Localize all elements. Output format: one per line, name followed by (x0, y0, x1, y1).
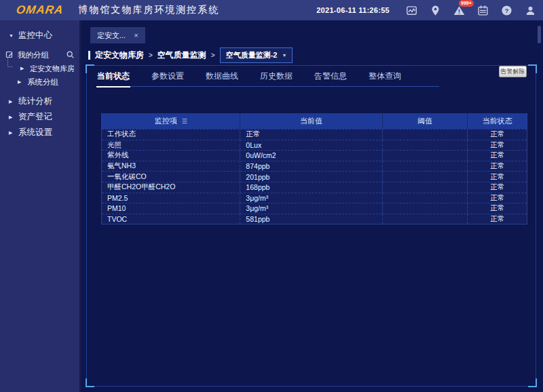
sidebar-item-label: 系统分组 (27, 77, 58, 87)
device-selector-dropdown[interactable]: 空气质量监测-2 ▼ (220, 47, 293, 63)
monitor-item-name: 甲醛CH2O甲醛CH2O (102, 182, 240, 193)
threshold-cell (382, 182, 468, 193)
alarm-release-button[interactable]: 告警解除 (499, 66, 527, 77)
threshold-cell (382, 193, 468, 203)
subtab-nav: 当前状态 参数设置 数据曲线 历史数据 告警信息 整体查询 (96, 68, 439, 87)
current-value-cell: 3μg/m³ (240, 203, 381, 214)
breadcrumb-accent-bar (88, 51, 90, 60)
panel-corner-accent (528, 378, 537, 387)
monitor-item-name: 光照 (102, 140, 240, 151)
panel-corner-accent (528, 64, 537, 73)
sidebar-item-system-settings[interactable]: ▶ 系统设置 (0, 125, 79, 140)
caret-right-icon: ▶ (18, 79, 23, 85)
tab-overall-query[interactable]: 整体查询 (368, 68, 402, 86)
caret-right-icon: ▶ (9, 115, 14, 120)
location-icon[interactable] (429, 4, 441, 16)
current-value-cell: 3μg/m³ (240, 193, 381, 203)
sidebar-item-asset-registry[interactable]: ▶ 资产登记 (0, 110, 79, 124)
user-icon[interactable] (524, 4, 536, 16)
alarm-count-badge: 999+ (459, 0, 474, 7)
breadcrumb: 定安文物库房 > 空气质量监测 > 空气质量监测-2 ▼ (88, 47, 293, 62)
caret-down-icon: ▼ (9, 33, 14, 38)
current-value-cell: 168ppb (240, 182, 381, 193)
monitor-item-name: 工作状态 (102, 130, 240, 140)
breadcrumb-air-quality[interactable]: 空气质量监测 (157, 50, 206, 61)
table-body: 工作状态 正常 正常 光照 0Lux 正常 紫外线 0u (102, 129, 527, 224)
breadcrumb-separator: > (149, 52, 153, 59)
threshold-cell (382, 161, 468, 172)
sidebar-nav: ▼ 监控中心 我的分组 ▶ 定安文物库房 ▶ 系统分组 ▶ 统计分析 ▶ 资产登… (0, 20, 81, 392)
breadcrumb-warehouse[interactable]: 定安文物库房 (95, 50, 144, 61)
threshold-cell (382, 140, 468, 151)
monitor-table: 监控项 ☰ 当前值 阈值 当前状态 工作状态 正常 正常 (101, 113, 527, 224)
current-value-cell: 581ppb (240, 214, 381, 224)
sidebar-item-statistics[interactable]: ▶ 统计分析 (0, 94, 79, 109)
sidebar-item-label: 统计分析 (18, 96, 52, 107)
table-row: 光照 0Lux 正常 (102, 140, 527, 151)
top-header: OMARA 博物馆文物库房环境测控系统 2021-06-11 11:26:55 … (0, 0, 543, 20)
help-icon[interactable]: ? (500, 4, 512, 16)
scrollbar-thumb[interactable] (538, 26, 541, 43)
main-content: 定安文... × 定安文物库房 > 空气质量监测 > 空气质量监测-2 ▼ 当前… (83, 20, 543, 392)
status-cell: 正常 (467, 172, 527, 182)
breadcrumb-separator: > (211, 52, 215, 59)
table-row: 工作状态 正常 正常 (102, 129, 527, 140)
svg-text:?: ? (504, 7, 508, 14)
threshold-cell (382, 130, 468, 140)
current-value-cell: 874ppb (240, 161, 381, 172)
sidebar-item-label: 我的分组 (18, 50, 49, 60)
column-list-icon[interactable]: ☰ (182, 118, 187, 125)
chevron-down-icon: ▼ (282, 53, 286, 58)
tab-parameter-settings[interactable]: 参数设置 (151, 68, 185, 86)
tab-current-status[interactable]: 当前状态 (96, 68, 130, 86)
status-cell: 正常 (467, 140, 527, 151)
current-value-cell: 0uW/cm2 (240, 151, 381, 161)
datetime-display: 2021-06-11 11:26:55 (316, 6, 390, 14)
sidebar-item-label: 系统设置 (18, 127, 52, 138)
table-row: TVOC 581ppb 正常 (102, 214, 527, 224)
header-actions: 2021-06-11 11:26:55 999+ ? (316, 4, 536, 16)
alarm-icon[interactable]: 999+ (453, 4, 465, 16)
sidebar-item-label: 定安文物库房 (30, 64, 75, 74)
monitor-item-name: PM2.5 (102, 193, 240, 203)
table-row: PM2.5 3μg/m³ 正常 (102, 193, 527, 203)
monitor-item-name: 一氧化碳CO (102, 172, 240, 182)
app-title: 博物馆文物库房环境测控系统 (78, 4, 219, 16)
close-icon[interactable]: × (134, 31, 138, 39)
sidebar-item-system-groups[interactable]: ▶ 系统分组 (0, 75, 79, 89)
calendar-icon[interactable] (476, 4, 489, 16)
column-header-status: 当前状态 (467, 113, 527, 129)
monitor-chart-icon[interactable] (405, 4, 417, 16)
threshold-cell (382, 214, 468, 224)
tab-data-curves[interactable]: 数据曲线 (205, 68, 239, 86)
tab-history-data[interactable]: 历史数据 (259, 68, 293, 86)
sidebar-item-label: 监控中心 (18, 30, 52, 41)
status-cell: 正常 (467, 203, 527, 214)
monitor-item-name: 氨气NH3 (102, 161, 240, 172)
page-tab-label: 定安文... (97, 31, 126, 41)
caret-right-icon: ▶ (9, 130, 14, 136)
status-cell: 正常 (467, 182, 527, 193)
threshold-cell (382, 172, 468, 182)
device-selector-value: 空气质量监测-2 (226, 50, 278, 60)
monitor-item-name: 紫外线 (102, 151, 240, 161)
tab-alarm-info[interactable]: 告警信息 (314, 68, 348, 86)
status-cell: 正常 (467, 214, 527, 224)
sidebar-item-monitor-center[interactable]: ▼ 监控中心 (0, 28, 79, 43)
current-value-cell: 201ppb (240, 172, 381, 182)
panel-corner-accent (86, 378, 94, 387)
status-cell: 正常 (467, 193, 527, 203)
caret-right-icon: ▶ (20, 66, 26, 71)
page-tab-dingan[interactable]: 定安文... × (90, 27, 145, 43)
sidebar-item-dingan-warehouse[interactable]: ▶ 定安文物库房 (0, 62, 79, 75)
table-row: 氨气NH3 874ppb 正常 (102, 161, 527, 172)
search-icon[interactable] (66, 50, 75, 60)
tree-guide-line (7, 58, 13, 67)
monitor-item-name: PM10 (102, 203, 240, 214)
current-value-cell: 0Lux (240, 140, 381, 151)
threshold-cell (382, 151, 468, 161)
column-header-threshold: 阈值 (382, 113, 468, 129)
panel-corner-accent (86, 64, 94, 73)
brand-logo: OMARA (16, 3, 64, 17)
table-row: 甲醛CH2O甲醛CH2O 168ppb 正常 (102, 182, 527, 193)
